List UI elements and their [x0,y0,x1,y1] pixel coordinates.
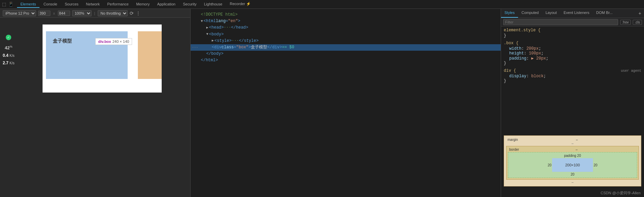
tab-styles[interactable]: Styles [501,9,518,18]
rotate-icon[interactable]: ⟳ [130,11,134,16]
devtools-window: ⬚ 📱 Elements Console Sources Network Per… [0,0,644,197]
upload-value: 0.4 K/s [3,53,14,58]
padding-label: padding 20 [510,154,635,158]
source-line-html: ▼ <html lang="en"> [191,18,501,24]
expand-html-arrow[interactable]: ▼ [201,19,203,24]
styles-rules-content: element.style { } .box { width: 200px; h… [501,27,644,133]
styles-panel: Styles Computed Layout Event Listeners D… [501,9,644,197]
outer-bottom-dash: – [506,180,639,184]
border-dash: – [576,148,578,151]
percent-display: 42% [5,45,12,50]
outer-top-dash: – [506,142,639,145]
padding-row: padding 20 20 200×100 20 20 [508,152,637,178]
filter-input[interactable] [503,19,618,25]
width-input[interactable] [38,11,50,16]
download-value: 2.7 K/s [3,61,14,65]
expand-style-arrow[interactable]: ▶ [212,38,214,44]
padding-bottom-val: 20 [510,173,635,176]
orange-element-preview [138,31,162,79]
devtools-tabs-bar: ⬚ 📱 Elements Console Sources Network Per… [0,0,644,9]
tab-computed[interactable]: Computed [518,9,542,18]
filter-bar: :hov .cls [501,18,644,27]
expand-head-arrow[interactable]: ▶ [206,25,208,31]
element-info-tooltip: div.box 240 × 140 [95,38,132,45]
css-prop-padding: padding: ▶ 20px; [504,56,641,61]
cls-filter-btn[interactable]: .cls [633,20,642,25]
user-agent-label: user agent [621,69,641,73]
cursor-icon[interactable]: ⬚ [2,2,6,7]
add-tab-button[interactable]: + [636,9,644,18]
tab-security[interactable]: Security [179,1,200,8]
box-model-diagram: margin – x – border – x [504,135,641,186]
content-row: 20 200×100 20 [510,158,635,172]
main-layout: iPhone 12 Pro x 100% | No throttling ⟳ ⋮ [0,9,644,197]
device-frame: 盒子模型 div.box 240 × 140 [43,24,162,93]
css-prop-height: height: 100px; [504,51,641,56]
css-selector-box: .box { [504,41,641,46]
content-box: 200×100 [552,158,593,172]
percent-value: 42 [5,45,10,50]
percent-symbol: % [10,45,12,48]
tab-performance[interactable]: Performance [104,1,132,8]
tab-layout[interactable]: Layout [542,9,560,18]
tab-console[interactable]: Console [40,1,61,8]
page-preview: 盒子模型 [43,24,162,93]
source-code-view: <!DOCTYPE html> ▼ <html lang="en"> ▶ <he… [191,9,501,197]
throttle-separator: | [94,11,95,15]
css-prop-width: width: 200px; [504,46,641,51]
tab-network[interactable]: Network [83,1,103,8]
element-dimensions: 240 × 140 [112,39,129,44]
css-rule-div-ua: div { user agent display: block; } [504,68,641,83]
source-line-body-close: </body> [191,51,501,57]
device-toolbar: iPhone 12 Pro x 100% | No throttling ⟳ ⋮ [0,9,190,18]
border-row: border – x padding 20 20 [506,146,639,180]
tab-event-listeners[interactable]: Event Listeners [560,9,593,18]
tab-memory[interactable]: Memory [133,1,153,8]
zoom-selector[interactable]: 100% [72,10,92,16]
tab-lighthouse[interactable]: Lighthouse [200,1,226,8]
source-line-head: ▶ <head> ··· </head> [191,24,501,31]
border-label-row: border – x [508,148,637,151]
html-source-panel: <!DOCTYPE html> ▼ <html lang="en"> ▶ <he… [191,9,501,197]
styles-tabs-bar: Styles Computed Layout Event Listeners D… [501,9,644,18]
source-line-div-box[interactable]: ··· <div class="box">盒子模型</div> == $0 [191,44,501,51]
tab-dom-breakpoints[interactable]: DOM Br... [593,9,616,18]
side-stats: 42% 0.4 K/s 2.7 K/s [3,35,14,65]
padding-right-val: 20 [594,163,597,167]
css-prop-display: display: block; [504,74,641,79]
dimension-separator: x [53,11,55,15]
source-line-body-open: ▼ <body> [191,31,501,38]
expand-body-arrow[interactable]: ▼ [206,32,208,37]
more-options-icon[interactable]: ⋮ [136,11,141,16]
padding-left-val: 20 [548,163,551,167]
left-panel: iPhone 12 Pro x 100% | No throttling ⟳ ⋮ [0,9,191,197]
element-name: div.box [98,39,111,44]
margin-top-dash: – [576,138,578,142]
css-rule-box: .box { width: 200px; height: 100px; padd… [504,41,641,66]
source-line-doctype: <!DOCTYPE html> [191,12,501,18]
box-model-container: margin – x – border – x [501,133,644,189]
border-label: border [509,148,519,151]
css-selector-element-style: element.style { [504,28,641,33]
margin-label-row: margin – x [506,138,639,142]
height-input[interactable] [58,11,70,16]
hover-filter-btn[interactable]: :hov [620,20,631,25]
status-dot [6,35,11,40]
device-selector[interactable]: iPhone 12 Pro [3,10,36,16]
tab-application[interactable]: Application [154,1,179,8]
throttle-selector[interactable]: No throttling [98,10,128,16]
device-preview-area: 42% 0.4 K/s 2.7 K/s 盒子模型 [0,18,190,197]
tab-recorder[interactable]: Recorder ⚡ [226,1,254,8]
padding-box: padding 20 20 200×100 20 20 [508,152,637,178]
box-element-label: 盒子模型 [53,38,72,44]
margin-label: margin [508,138,518,142]
credit-text: CSDN @小爱同学-Allen [501,189,644,197]
css-rule-element-style: element.style { } [504,28,641,38]
tab-sources[interactable]: Sources [61,1,82,8]
source-line-html-close: </html> [191,57,501,64]
tab-elements[interactable]: Elements [17,1,39,8]
css-selector-div: div { user agent [504,68,641,73]
device-icon[interactable]: 📱 [8,2,14,7]
source-line-style: ▶ <style> ··· </style> [191,38,501,44]
border-box: border – x padding 20 20 [506,146,639,180]
